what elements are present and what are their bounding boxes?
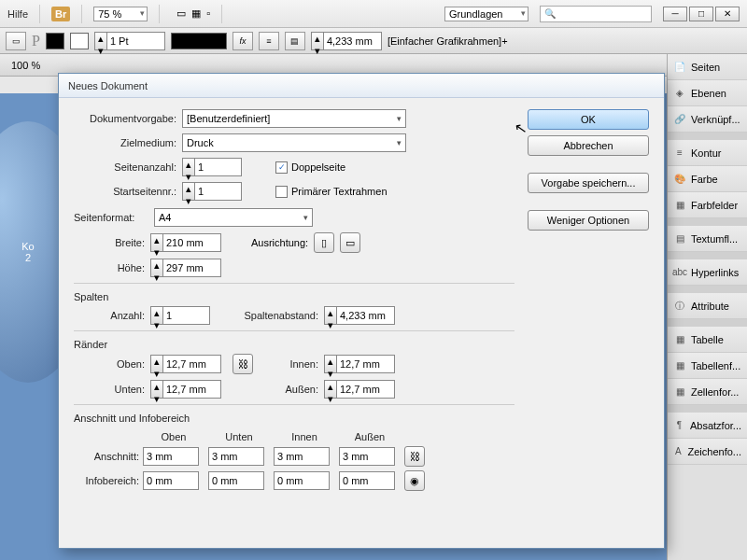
bleed-bot[interactable]	[208, 447, 264, 466]
panel-dock: 📄Seiten◈Ebenen🔗Verknüpf...≡Kontur🎨Farbe▦…	[667, 54, 747, 560]
slug-top[interactable]	[143, 471, 199, 490]
cancel-button[interactable]: Abbrechen	[528, 135, 649, 156]
landscape-icon[interactable]: ▭	[340, 232, 360, 253]
fewer-options-button[interactable]: Weniger Optionen	[528, 210, 649, 231]
type-icon: P	[32, 33, 40, 49]
screen-icon[interactable]: ▦	[191, 7, 201, 20]
primary-checkbox[interactable]: Primärer Textrahmen	[275, 186, 388, 198]
search-input[interactable]	[540, 6, 652, 22]
fx-icon[interactable]: fx	[233, 32, 253, 50]
selection-icon[interactable]: ▭	[6, 32, 26, 50]
facing-checkbox[interactable]: ✓Doppelseite	[275, 161, 345, 174]
link-slug-icon[interactable]: ◉	[404, 470, 425, 491]
cols-n-field[interactable]: ▴▾	[150, 306, 210, 325]
bleed-top[interactable]	[143, 447, 199, 466]
panel-label: Textumfl...	[691, 233, 738, 245]
wrap2-icon[interactable]: ▤	[285, 32, 305, 50]
maximize-button[interactable]: □	[689, 7, 713, 21]
bridge-button[interactable]: Br	[51, 7, 70, 21]
col-in: Innen	[274, 431, 335, 442]
panel-label: Farbe	[691, 174, 718, 185]
panel-icon: ▤	[673, 232, 686, 245]
panel-hyperlinks[interactable]: abcHyperlinks	[668, 259, 747, 286]
fill-swatch[interactable]	[46, 33, 64, 49]
workspace-dropdown[interactable]: Grundlagen	[444, 7, 529, 21]
close-button[interactable]: ✕	[715, 7, 740, 21]
m-bot-field[interactable]: ▴▾	[150, 380, 221, 399]
start-label: Startseitennr.:	[74, 186, 176, 197]
pct-dropdown[interactable]: 100 %	[11, 60, 65, 71]
panel-attribute[interactable]: ⓘAttribute	[668, 293, 747, 319]
measure-field[interactable]: ▴▾	[311, 32, 382, 50]
panel-tabellenf[interactable]: ▦Tabellenf...	[668, 353, 747, 379]
dialog-title: Neues Dokument	[59, 74, 664, 98]
width-field[interactable]: ▴▾	[150, 233, 221, 252]
panel-label: Absatzfor...	[690, 420, 741, 431]
panel-icon: A	[673, 445, 684, 458]
m-bot-label: Unten:	[91, 384, 145, 395]
pagesize-dropdown[interactable]: A4	[154, 208, 313, 227]
stroke-swatch[interactable]	[70, 33, 89, 49]
start-field[interactable]: ▴▾	[182, 182, 242, 201]
panel-label: Tabellenf...	[691, 360, 740, 371]
slug-bot[interactable]	[208, 471, 264, 490]
wrap-icon[interactable]: ≡	[259, 32, 279, 50]
panel-label: Hyperlinks	[691, 267, 739, 278]
stroke-style[interactable]	[171, 33, 227, 49]
help-menu[interactable]: Hilfe	[7, 8, 28, 20]
frame-style-dropdown[interactable]: [Einfacher Grafikrahmen]+	[388, 35, 537, 47]
panel-seiten[interactable]: 📄Seiten	[668, 54, 747, 80]
panel-tabelle[interactable]: ▦Tabelle	[668, 327, 747, 353]
panel-label: Verknüpf...	[691, 114, 740, 125]
bleed-header: Anschnitt und Infobereich	[74, 413, 514, 424]
m-in-field[interactable]: ▴▾	[324, 355, 395, 373]
ok-button[interactable]: OK	[528, 109, 649, 130]
link-bleed-icon[interactable]: ⛓	[404, 446, 425, 467]
m-out-field[interactable]: ▴▾	[324, 380, 395, 399]
link-margins-icon[interactable]: ⛓	[233, 354, 253, 374]
preset-dropdown[interactable]: [Benutzerdefiniert]	[182, 109, 406, 128]
m-top-field[interactable]: ▴▾	[150, 355, 221, 373]
gutter-field[interactable]: ▴▾	[324, 306, 395, 325]
panel-icon: ▦	[673, 385, 686, 399]
cols-n-label: Anzahl:	[91, 310, 145, 321]
panel-textumfl[interactable]: ▤Textumfl...	[668, 226, 747, 252]
intent-label: Zielmedium:	[74, 137, 176, 148]
orientation-label: Ausrichtung:	[251, 237, 308, 248]
arrange-icon[interactable]: ▫	[206, 7, 210, 20]
save-preset-button[interactable]: Vorgabe speichern...	[528, 173, 649, 193]
height-label: Höhe:	[91, 262, 145, 273]
view-icon[interactable]: ▭	[176, 7, 186, 20]
minimize-button[interactable]: ─	[663, 7, 687, 21]
panel-kontur[interactable]: ≡Kontur	[668, 140, 747, 166]
width-label: Breite:	[91, 237, 145, 248]
zoom-dropdown[interactable]: 75 %	[93, 7, 148, 21]
intent-dropdown[interactable]: Druck	[182, 133, 406, 152]
bleed-in[interactable]	[274, 447, 330, 466]
slug-in[interactable]	[274, 471, 330, 490]
panel-ebenen[interactable]: ◈Ebenen	[668, 80, 747, 106]
panel-label: Seiten	[691, 62, 720, 73]
stroke-weight[interactable]: ▴▾	[94, 32, 165, 50]
panel-verknpf[interactable]: 🔗Verknüpf...	[668, 106, 747, 133]
panel-absatzfor[interactable]: ¶Absatzfor...	[668, 413, 747, 439]
margins-header: Ränder	[74, 339, 514, 350]
panel-farbe[interactable]: 🎨Farbe	[668, 166, 747, 192]
m-in-label: Innen:	[264, 358, 318, 370]
m-top-label: Oben:	[91, 358, 145, 370]
panel-icon: ¶	[673, 419, 685, 432]
portrait-icon[interactable]: ▯	[314, 232, 334, 253]
panel-farbfelder[interactable]: ▦Farbfelder	[668, 192, 747, 218]
panel-zeichenfo[interactable]: AZeichenfo...	[668, 439, 747, 465]
height-field[interactable]: ▴▾	[150, 259, 221, 277]
menubar: Hilfe Br 75 % ▭▦▫ Grundlagen ─ □ ✕	[0, 0, 747, 28]
pages-field[interactable]: ▴▾	[182, 158, 242, 176]
col-top: Oben	[143, 431, 204, 442]
bleed-out[interactable]	[339, 447, 395, 466]
slug-out[interactable]	[339, 471, 395, 490]
panel-zellenfor[interactable]: ▦Zellenfor...	[668, 379, 747, 405]
panel-icon: ≡	[673, 147, 686, 160]
panel-icon: ⓘ	[673, 300, 686, 313]
preset-label: Dokumentvorgabe:	[74, 113, 176, 124]
gutter-label: Spaltenabstand:	[234, 310, 318, 321]
